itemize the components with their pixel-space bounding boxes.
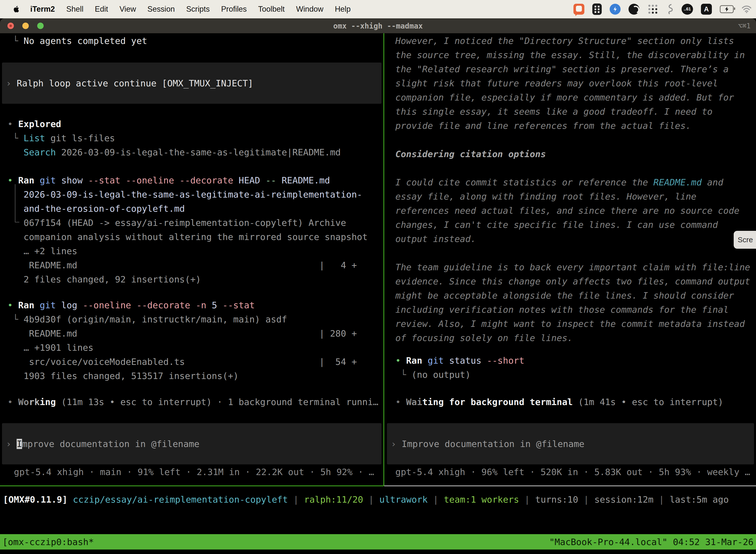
agents-tail-line: └ No agents completed yet [0, 34, 383, 48]
tmux-status-bar: [omx-cczip0:bash* "MacBook-Pro-44.local"… [0, 534, 756, 550]
screen-sharing-overlay-button[interactable]: Scre [734, 231, 756, 249]
tmux-host-clock: "MacBook-Pro-44.local" 04:52 31-Mar-26 [549, 537, 754, 547]
apple-logo-icon[interactable] [13, 5, 19, 13]
thinking-paragraph-1: However, I noticed the "Directory Struct… [385, 34, 756, 133]
explored-block: • Explored └ List git ls-files Search 20… [0, 117, 383, 159]
crescent-app-icon[interactable] [629, 4, 639, 15]
pane-divider-vertical[interactable] [383, 33, 384, 486]
thinking-paragraph-2: I could cite commit statistics or refere… [385, 175, 756, 246]
tmux-pane-left[interactable]: └ No agents completed yet › Ralph loop a… [0, 33, 383, 486]
screen-share-icon[interactable] [573, 4, 584, 15]
pane-border-bottom-right [384, 486, 756, 486]
window-title-bar[interactable]: omx --xhigh --madmax ⌥⌘1 [0, 18, 756, 33]
badge-61-icon[interactable]: ..61 [682, 4, 693, 15]
a-key-icon[interactable]: A [701, 4, 712, 15]
working-status-line: • Working (11m 13s • esc to interrupt) ·… [0, 395, 383, 409]
terminal-content: └ No agents completed yet › Ralph loop a… [0, 33, 756, 554]
desktop-screen: iTerm2ShellEditViewSessionScriptsProfile… [0, 0, 756, 554]
pane-border-bottom-left [0, 486, 383, 486]
bolt-badge-icon[interactable] [610, 4, 621, 15]
grid-shield-icon[interactable] [592, 3, 602, 15]
window-shortcut-badge: ⌥⌘1 [738, 22, 751, 30]
ralph-input-box[interactable]: › Ralph loop active continue [OMX_TMUX_I… [2, 63, 381, 104]
thinking-heading: Considering citation options [385, 147, 756, 161]
git-show-block: • Ran git show --stat --oneline --decora… [0, 173, 383, 286]
tmux-pane-right[interactable]: However, I noticed the "Directory Struct… [385, 33, 756, 486]
macos-menu-bar: iTerm2ShellEditViewSessionScriptsProfile… [0, 0, 756, 18]
model-status-left: gpt-5.4 xhigh · main · 91% left · 2.31M … [0, 465, 383, 479]
menu-items[interactable]: iTerm2ShellEditViewSessionScriptsProfile… [22, 5, 351, 14]
wifi-icon[interactable] [742, 5, 752, 13]
iterm2-window: omx --xhigh --madmax ⌥⌘1 └ No agents com… [0, 18, 756, 554]
prompt-input-right[interactable]: › Improve documentation in @filename [387, 423, 754, 464]
waiting-status-line: • Waiting for background terminal (1m 41… [385, 395, 756, 409]
model-status-right: gpt-5.4 xhigh · 96% left · 520K in · 5.8… [385, 465, 756, 479]
window-title: omx --xhigh --madmax [0, 21, 756, 30]
menu-status-icons: ..61 A [573, 3, 756, 15]
thinking-paragraph-3: The team guideline is to back every impo… [385, 260, 756, 345]
squiggle-icon[interactable] [666, 4, 674, 15]
git-log-block: • Ran git log --oneline --decorate -n 5 … [0, 298, 383, 383]
prompt-input-left[interactable]: › Improve documentation in @filename [2, 423, 381, 464]
omx-status-line: [OMX#0.11.9] cczip/essay/ai-reimplementa… [3, 492, 756, 507]
battery-charging-icon[interactable] [720, 5, 734, 13]
tmux-window-label[interactable]: [omx-cczip0:bash* [2, 537, 94, 547]
dots-grid-icon[interactable] [647, 4, 658, 15]
git-status-block: • Ran git status --short └ (no output) [385, 353, 756, 382]
